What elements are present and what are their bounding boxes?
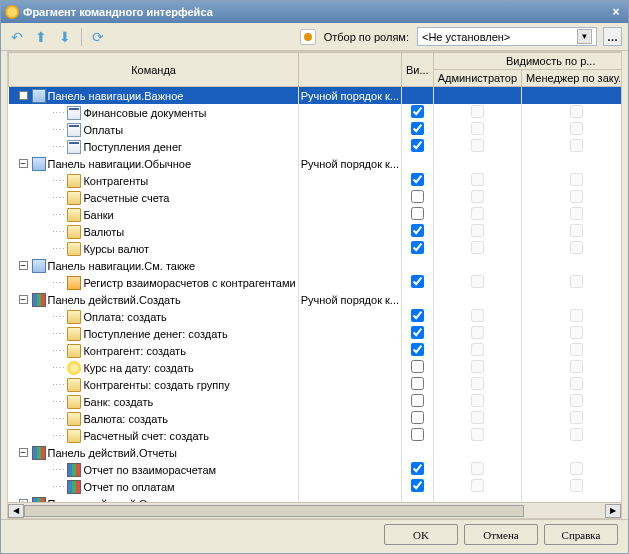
visibility-checkbox[interactable] — [411, 207, 424, 220]
visibility-checkbox[interactable] — [411, 190, 424, 203]
visibility-checkbox[interactable] — [411, 224, 424, 237]
visibility-checkbox[interactable] — [411, 394, 424, 407]
tree-row[interactable]: ····Валюты — [9, 223, 622, 240]
visibility-checkbox — [570, 224, 583, 237]
tree-row[interactable]: ····Отчет по оплатам — [9, 478, 622, 495]
checkbox-cell — [402, 461, 434, 478]
checkbox-cell — [522, 223, 621, 240]
role-filter-more-button[interactable]: … — [603, 27, 622, 46]
close-icon[interactable]: × — [608, 4, 624, 20]
visibility-checkbox — [471, 122, 484, 135]
scroll-track[interactable] — [24, 504, 605, 518]
col-command[interactable]: Команда — [9, 53, 299, 87]
tree-row[interactable]: −Панель навигации.ВажноеРучной порядок к… — [9, 87, 622, 105]
scroll-thumb[interactable] — [24, 505, 524, 517]
visibility-checkbox[interactable] — [411, 241, 424, 254]
tree-row[interactable]: ····Оплаты — [9, 121, 622, 138]
tree-row[interactable]: ····Регистр взаиморасчетов с контрагента… — [9, 274, 622, 291]
tree-row[interactable]: ····Поступления денег — [9, 138, 622, 155]
role-filter-value: <Не установлен> — [422, 31, 510, 43]
checkbox-cell — [522, 308, 621, 325]
visibility-checkbox[interactable] — [411, 377, 424, 390]
tree-row[interactable]: ····Оплата: создать — [9, 308, 622, 325]
visibility-checkbox — [570, 411, 583, 424]
tree-row[interactable]: ····Валюта: создать — [9, 410, 622, 427]
move-down-button[interactable]: ⬇ — [55, 27, 75, 47]
tree-row[interactable]: ····Контрагенты — [9, 172, 622, 189]
checkbox-cell — [522, 104, 621, 121]
row-label: Банки — [83, 209, 113, 221]
row-note — [299, 257, 402, 274]
checkbox-cell — [522, 342, 621, 359]
tree-row[interactable]: ····Расчетный счет: создать — [9, 427, 622, 444]
row-note — [299, 104, 402, 121]
checkbox-cell — [402, 121, 434, 138]
move-up-button[interactable]: ⬆ — [31, 27, 51, 47]
expander-icon[interactable]: − — [19, 91, 28, 100]
col-visibility[interactable]: Ви... — [402, 53, 434, 87]
panel-icon — [32, 157, 46, 171]
visibility-checkbox[interactable] — [411, 326, 424, 339]
col-role-manager[interactable]: Менеджер по заку... — [522, 70, 621, 87]
checkbox-cell — [433, 87, 521, 105]
tree-row[interactable]: ····Банки — [9, 206, 622, 223]
checkbox-cell — [522, 138, 621, 155]
visibility-checkbox[interactable] — [411, 479, 424, 492]
visibility-checkbox[interactable] — [411, 309, 424, 322]
expander-icon[interactable]: − — [19, 261, 28, 270]
checkbox-cell — [402, 478, 434, 495]
tree-row[interactable]: +Панель действий.Сервис — [9, 495, 622, 502]
row-label: Поступления денег — [83, 141, 182, 153]
tree-row[interactable]: ····Контрагент: создать — [9, 342, 622, 359]
tree-row[interactable]: ····Финансовые документы — [9, 104, 622, 121]
col-role-admin[interactable]: Администратор — [433, 70, 521, 87]
refresh-button[interactable]: ⟳ — [88, 27, 108, 47]
tree-row[interactable]: ····Курс на дату: создать — [9, 359, 622, 376]
visibility-checkbox[interactable] — [411, 275, 424, 288]
checkbox-cell — [433, 206, 521, 223]
visibility-checkbox[interactable] — [411, 139, 424, 152]
checkbox-cell — [402, 138, 434, 155]
expander-icon[interactable]: − — [19, 159, 28, 168]
scroll-left-icon[interactable]: ◀ — [8, 504, 24, 518]
checkbox-cell — [522, 393, 621, 410]
tree-row[interactable]: −Панель действий.Отчеты — [9, 444, 622, 461]
ok-button[interactable]: OK — [384, 524, 458, 545]
visibility-checkbox[interactable] — [411, 428, 424, 441]
cancel-button[interactable]: Отмена — [464, 524, 538, 545]
folder-icon — [67, 412, 81, 426]
visibility-checkbox[interactable] — [411, 122, 424, 135]
visibility-checkbox[interactable] — [411, 105, 424, 118]
role-filter-select[interactable]: <Не установлен> ▼ — [417, 27, 597, 46]
col-note[interactable] — [299, 53, 402, 87]
tree-row[interactable]: −Панель навигации.См. также — [9, 257, 622, 274]
move-out-button[interactable]: ↶ — [7, 27, 27, 47]
checkbox-cell — [433, 189, 521, 206]
scrollbar-horizontal[interactable]: ◀ ▶ — [8, 502, 621, 518]
visibility-checkbox[interactable] — [411, 173, 424, 186]
folder-icon — [67, 395, 81, 409]
checkbox-cell — [402, 427, 434, 444]
expander-icon[interactable]: − — [19, 448, 28, 457]
tree-dots: ···· — [53, 414, 66, 423]
row-note — [299, 138, 402, 155]
tree-row[interactable]: −Панель действий.СоздатьРучной порядок к… — [9, 291, 622, 308]
expander-icon[interactable]: − — [19, 295, 28, 304]
tree-row[interactable]: ····Поступление денег: создать — [9, 325, 622, 342]
visibility-checkbox[interactable] — [411, 343, 424, 356]
tree-row[interactable]: ····Отчет по взаиморасчетам — [9, 461, 622, 478]
visibility-checkbox[interactable] — [411, 360, 424, 373]
tree-row[interactable]: ····Контрагенты: создать группу — [9, 376, 622, 393]
col-vis-by-roles[interactable]: Видимость по р... — [433, 53, 621, 70]
visibility-checkbox[interactable] — [411, 411, 424, 424]
tree-row[interactable]: ····Банк: создать — [9, 393, 622, 410]
visibility-checkbox[interactable] — [411, 462, 424, 475]
tree-row[interactable]: ····Курсы валют — [9, 240, 622, 257]
checkbox-cell — [433, 376, 521, 393]
scroll-right-icon[interactable]: ▶ — [605, 504, 621, 518]
tree-row[interactable]: ····Расчетные счета — [9, 189, 622, 206]
help-button[interactable]: Справка — [544, 524, 618, 545]
row-label: Панель действий.Отчеты — [48, 447, 178, 459]
tree-row[interactable]: −Панель навигации.ОбычноеРучной порядок … — [9, 155, 622, 172]
checkbox-cell — [522, 427, 621, 444]
